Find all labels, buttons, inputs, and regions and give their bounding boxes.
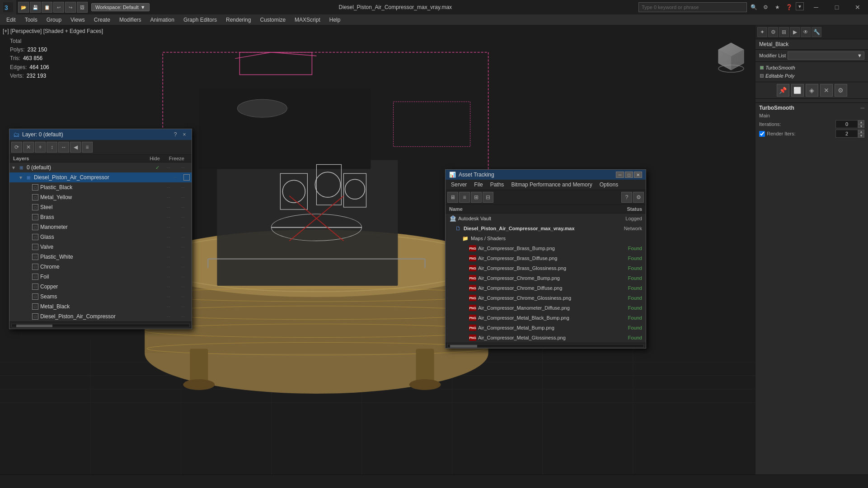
menu-views[interactable]: Views xyxy=(66,14,89,25)
close-button[interactable]: ✕ xyxy=(847,0,868,14)
layer-item[interactable]: □ Copper ⋯ ⋯ xyxy=(9,282,192,292)
layer-item[interactable]: □ Diesel_Piston_Air_Compressor ⋯ ⋯ xyxy=(9,311,192,321)
asset-thumbnail-button[interactable]: ⊟ xyxy=(483,192,493,203)
layer-scroll-thumb[interactable] xyxy=(16,325,52,327)
modifier-item-editable-poly[interactable]: Editable Poly xyxy=(757,72,866,80)
remove-modifier-button[interactable]: ✕ xyxy=(820,84,833,97)
asset-item[interactable]: PNG Air_Compressor_Brass_Bump.png Found xyxy=(446,243,646,253)
asset-list-view-button[interactable]: ≡ xyxy=(459,192,470,203)
minimize-button[interactable]: ─ xyxy=(806,0,826,14)
layer-item[interactable]: □ Brass ⋯ ⋯ xyxy=(9,212,192,222)
configure-modifier-sets-button[interactable]: ⚙ xyxy=(835,84,847,97)
layer-settings-button[interactable]: ≡ xyxy=(82,142,93,153)
menu-edit[interactable]: Edit xyxy=(2,14,20,25)
layer-item[interactable]: ▼ ⊞ 0 (default) ✓ ⋯ ⋯ xyxy=(9,163,192,172)
layer-item[interactable]: □ Metal_Yellow ⋯ ⋯ xyxy=(9,192,192,202)
viewport-info[interactable]: [+] [Perspective] [Shaded + Edged Faces] xyxy=(3,28,103,34)
asset-item[interactable]: 📁 Maps / Shaders xyxy=(446,233,646,243)
asset-maximize-button[interactable]: □ xyxy=(625,172,633,178)
asset-details-button[interactable]: ⊞ xyxy=(471,192,482,203)
asset-settings-button[interactable]: ⚙ xyxy=(633,192,644,203)
show-end-result-button[interactable]: ⬜ xyxy=(791,84,804,97)
menu-help[interactable]: Help xyxy=(325,14,345,25)
menu-group[interactable]: Group xyxy=(42,14,66,25)
layer-item[interactable]: □ Chrome ⋯ ⋯ xyxy=(9,262,192,272)
layer-add-button[interactable]: + xyxy=(35,142,46,153)
menu-maxscript[interactable]: MAXScript xyxy=(290,14,325,25)
layer-item[interactable]: □ Plastic_White ⋯ ⋯ xyxy=(9,252,192,262)
menu-rendering[interactable]: Rendering xyxy=(221,14,255,25)
modify-panel-button[interactable]: ⚙ xyxy=(768,27,778,37)
layer-item[interactable]: □ Steel ⋯ ⋯ xyxy=(9,202,192,212)
menu-tools[interactable]: Tools xyxy=(20,14,42,25)
layer-item[interactable]: □ Glass ⋯ ⋯ xyxy=(9,232,192,242)
asset-item[interactable]: PNG Air_Compressor_Chrome_Bump.png Found xyxy=(446,273,646,283)
layer-item[interactable]: □ Plastic_Black ⋯ ⋯ xyxy=(9,182,192,192)
asset-item[interactable]: 🏦 Autodesk Vault Logged xyxy=(446,214,646,223)
menu-create[interactable]: Create xyxy=(89,14,115,25)
render-iters-spinner[interactable]: ▲ ▼ xyxy=(835,130,864,138)
asset-item[interactable]: PNG Air_Compressor_Brass_Glossiness.png … xyxy=(446,263,646,273)
display-panel-button[interactable]: 👁 xyxy=(801,27,811,37)
motion-panel-button[interactable]: ▶ xyxy=(790,27,800,37)
menu-animation[interactable]: Animation xyxy=(146,14,179,25)
info-button[interactable]: ▼ xyxy=(796,2,804,10)
layer-item[interactable]: □ Foil ⋯ ⋯ xyxy=(9,272,192,282)
layer-delete-button[interactable]: ✕ xyxy=(23,142,34,153)
asset-item[interactable]: PNG Air_Compressor_Chrome_Glossiness.png… xyxy=(446,293,646,303)
help-button[interactable]: ❓ xyxy=(784,2,794,12)
hierarchy-panel-button[interactable]: ⊞ xyxy=(779,27,789,37)
asset-scroll-thumb[interactable] xyxy=(450,345,477,348)
utilities-panel-button[interactable]: 🔧 xyxy=(812,27,821,37)
render-iters-decrement-button[interactable]: ▼ xyxy=(858,134,864,138)
iterations-decrement-button[interactable]: ▼ xyxy=(858,124,864,128)
bookmark-button[interactable]: ★ xyxy=(772,2,782,12)
asset-minimize-button[interactable]: ─ xyxy=(616,172,624,178)
asset-item[interactable]: PNG Air_Compressor_Chrome_Diffuse.png Fo… xyxy=(446,283,646,293)
menu-customize[interactable]: Customize xyxy=(255,14,290,25)
render-setup-button[interactable]: 🖼 xyxy=(77,2,88,13)
asset-scrollbar[interactable] xyxy=(446,343,646,348)
layer-sort-button[interactable]: ↔ xyxy=(58,142,69,153)
open-button[interactable]: 📂 xyxy=(18,2,29,13)
make-unique-button[interactable]: ◈ xyxy=(806,84,818,97)
menu-modifiers[interactable]: Modifiers xyxy=(115,14,146,25)
layer-item[interactable]: □ Manometer ⋯ ⋯ xyxy=(9,222,192,232)
asset-item[interactable]: PNG Air_Compressor_Metal_Glossiness.png … xyxy=(446,333,646,343)
layer-dialog-titlebar[interactable]: 🗂 Layer: 0 (default) ? × xyxy=(9,129,192,140)
layer-item[interactable]: □ Seams ⋯ ⋯ xyxy=(9,292,192,302)
layer-dialog-help-button[interactable]: ? xyxy=(172,131,179,138)
workspace-selector[interactable]: Workspace: Default ▼ xyxy=(91,3,150,11)
layer-item[interactable]: □ Valve ⋯ ⋯ xyxy=(9,242,192,252)
asset-menu-options[interactable]: Options xyxy=(596,181,622,189)
asset-item[interactable]: 🗋 Diesel_Piston_Air_Compressor_max_vray.… xyxy=(446,223,646,233)
layer-item[interactable]: ▼ ⊞ Diesel_Piston_Air_Compressor ⋯ xyxy=(9,172,192,182)
render-iters-increment-button[interactable]: ▲ xyxy=(858,130,864,134)
search-options-button[interactable]: ⚙ xyxy=(760,2,770,12)
asset-help-button[interactable]: ? xyxy=(621,192,632,203)
asset-item[interactable]: PNG Air_Compressor_Brass_Diffuse.png Fou… xyxy=(446,253,646,263)
asset-dialog-titlebar[interactable]: 📊 Asset Tracking ─ □ ✕ xyxy=(446,170,646,180)
layer-item[interactable]: □ Metal_Black ⋯ ⋯ xyxy=(9,302,192,311)
maximize-button[interactable]: □ xyxy=(826,0,847,14)
asset-menu-bitmap-perf[interactable]: Bitmap Performance and Memory xyxy=(507,181,596,189)
save-as-button[interactable]: 📋 xyxy=(42,2,52,13)
menu-graph-editors[interactable]: Graph Editors xyxy=(179,14,221,25)
pin-stack-button[interactable]: 📌 xyxy=(777,84,789,97)
layer-collapse-button[interactable]: ◀ xyxy=(70,142,81,153)
iterations-spinner[interactable]: ▲ ▼ xyxy=(835,120,864,128)
search-execute-button[interactable]: 🔍 xyxy=(749,2,759,12)
undo-button[interactable]: ↩ xyxy=(53,2,64,13)
layer-select-by-object-button[interactable]: ⟳ xyxy=(11,142,22,153)
render-iters-input[interactable] xyxy=(835,130,858,138)
layer-move-button[interactable]: ↕ xyxy=(47,142,57,153)
save-button[interactable]: 💾 xyxy=(30,2,41,13)
asset-close-button[interactable]: ✕ xyxy=(634,172,642,178)
modifier-dropdown[interactable]: ▼ xyxy=(788,51,864,60)
asset-menu-server[interactable]: Server xyxy=(447,181,470,189)
modifier-item-turbosmooth[interactable]: TurboSmooth xyxy=(757,64,866,72)
asset-item[interactable]: PNG Air_Compressor_Metal_Black_Bump.png … xyxy=(446,313,646,323)
navigation-cube[interactable] xyxy=(714,41,748,74)
iterations-increment-button[interactable]: ▲ xyxy=(858,120,864,124)
create-panel-button[interactable]: ✦ xyxy=(757,27,767,37)
